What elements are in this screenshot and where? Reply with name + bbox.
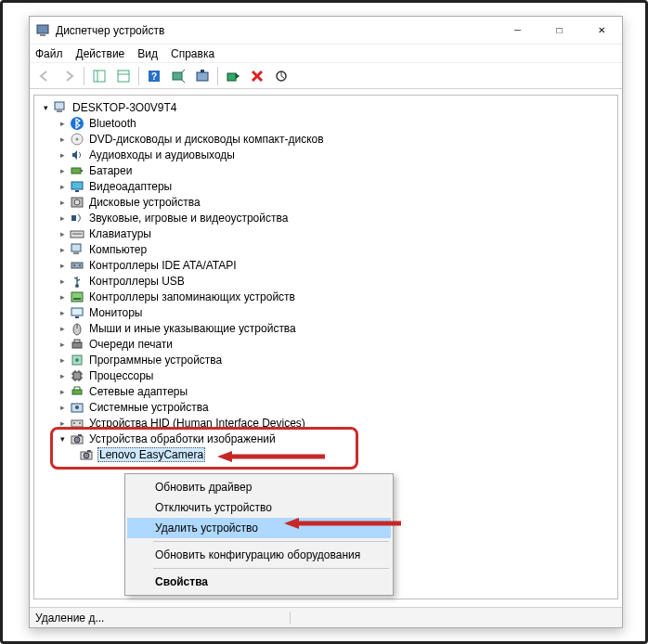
svg-point-49 <box>79 422 81 424</box>
device-category-row[interactable]: ▸Контроллеры IDE ATA/ATAPI <box>34 257 617 273</box>
menu-view[interactable]: Вид <box>137 47 158 60</box>
app-icon <box>35 23 50 38</box>
device-category-row[interactable]: ▸Аудиовходы и аудиовыходы <box>34 147 617 162</box>
expander-icon[interactable]: ▸ <box>57 386 68 397</box>
svg-text:?: ? <box>151 71 157 82</box>
svg-point-54 <box>84 453 89 458</box>
device-category-row[interactable]: ▸Очереди печати <box>34 336 617 352</box>
expander-icon[interactable]: ▸ <box>57 418 68 429</box>
svg-point-46 <box>75 406 79 409</box>
device-category-row[interactable]: ▸Программные устройства <box>34 352 617 367</box>
expander-icon[interactable]: ▸ <box>57 370 68 381</box>
device-category-row[interactable]: ▸Системные устройства <box>34 399 617 415</box>
menu-help[interactable]: Справка <box>171 47 214 60</box>
device-category-row[interactable]: ▸Контроллеры запоминающих устройств <box>34 289 617 304</box>
device-manager-window: Диспетчер устройств ─ □ ✕ Файл Действие … <box>29 16 623 628</box>
device-category-row[interactable]: ▸Устройства HID (Human Interface Devices… <box>34 415 617 431</box>
cm-properties[interactable]: Свойства <box>127 572 391 592</box>
device-category-label: Мониторы <box>88 306 143 319</box>
back-button[interactable] <box>33 66 56 86</box>
device-category-row[interactable]: ▸Мыши и иные указывающие устройства <box>34 320 617 336</box>
device-category-row[interactable]: ▸Мониторы <box>34 304 617 320</box>
title-bar: Диспетчер устройств ─ □ ✕ <box>30 17 622 45</box>
expander-icon[interactable]: ▸ <box>57 181 68 192</box>
scan-hardware-button[interactable] <box>167 66 189 86</box>
menu-file[interactable]: Файл <box>35 47 63 60</box>
expander-icon[interactable]: ▸ <box>57 339 68 350</box>
expander-icon[interactable]: ▸ <box>57 276 68 287</box>
svg-rect-13 <box>55 102 64 109</box>
device-category-row[interactable]: ▸Батареи <box>34 162 617 178</box>
device-category-row[interactable]: ▸Процессоры <box>34 367 617 383</box>
device-category-row[interactable]: ▸Звуковые, игровые и видеоустройства <box>34 210 617 225</box>
svg-point-30 <box>73 264 75 266</box>
expander-icon[interactable]: ▾ <box>57 433 68 444</box>
svg-rect-43 <box>73 372 81 380</box>
expander-icon[interactable]: ▸ <box>57 244 68 255</box>
expander-icon[interactable]: ▸ <box>57 134 68 145</box>
device-category-label: Мыши и иные указывающие устройства <box>88 322 297 335</box>
root-label: DESKTOP-3O0V9T4 <box>71 101 178 114</box>
maximize-button[interactable]: □ <box>538 18 580 44</box>
forward-button[interactable] <box>58 66 80 86</box>
expander-icon[interactable]: ▸ <box>57 228 68 239</box>
svg-rect-27 <box>71 244 81 251</box>
expander-icon[interactable]: ▸ <box>57 402 68 413</box>
expander-icon[interactable]: ▸ <box>57 291 68 303</box>
svg-rect-40 <box>74 340 80 342</box>
display-icon <box>70 179 84 194</box>
properties-button[interactable] <box>112 66 135 86</box>
svg-rect-24 <box>71 215 76 221</box>
cm-uninstall-device[interactable]: Удалить устройство <box>127 518 391 538</box>
expander-icon[interactable]: ▸ <box>57 165 68 176</box>
enable-button[interactable] <box>222 66 244 86</box>
svg-rect-20 <box>71 182 83 189</box>
hdd-icon <box>70 195 84 210</box>
expander-icon[interactable]: ▸ <box>57 213 68 224</box>
usb-icon <box>70 274 84 289</box>
device-category-label: Контроллеры USB <box>88 275 186 288</box>
svg-rect-35 <box>71 308 83 316</box>
device-category-row[interactable]: ▸Видеоадаптеры <box>34 178 617 194</box>
svg-rect-14 <box>57 110 62 112</box>
cm-update-driver[interactable]: Обновить драйвер <box>127 477 391 497</box>
device-category-row[interactable]: ▸Сетевые адаптеры <box>34 383 617 399</box>
root-node[interactable]: ▾ DESKTOP-3O0V9T4 <box>34 99 617 115</box>
help-button[interactable]: ? <box>143 66 165 86</box>
cm-scan-hardware[interactable]: Обновить конфигурацию оборудования <box>127 545 391 565</box>
expander-icon[interactable]: ▸ <box>57 323 68 334</box>
device-category-row[interactable]: ▸Контроллеры USB <box>34 273 617 289</box>
hid-icon <box>70 416 84 431</box>
expander-icon[interactable]: ▸ <box>57 260 68 271</box>
device-category-row[interactable]: ▸DVD-дисководы и дисководы компакт-диско… <box>34 131 617 147</box>
expander-icon[interactable]: ▸ <box>57 307 68 318</box>
svg-rect-28 <box>73 252 79 254</box>
device-category-label: Видеоадаптеры <box>88 180 173 193</box>
device-category-row[interactable]: ▸Дисковые устройства <box>34 194 617 210</box>
device-category-row[interactable]: ▸Компьютер <box>34 241 617 257</box>
expander-icon[interactable]: ▸ <box>57 149 68 161</box>
minimize-button[interactable]: ─ <box>497 18 538 44</box>
expander-icon[interactable]: ▾ <box>40 102 51 113</box>
device-category-label: Системные устройства <box>88 401 210 414</box>
context-menu: Обновить драйвер Отключить устройство Уд… <box>124 473 394 596</box>
cpu-icon <box>70 368 84 383</box>
show-hide-tree-button[interactable] <box>88 66 110 86</box>
menu-action[interactable]: Действие <box>76 47 125 60</box>
expander-icon[interactable]: ▸ <box>57 197 68 208</box>
device-category-label: Клавиатуры <box>88 227 152 240</box>
close-button[interactable]: ✕ <box>580 18 622 44</box>
imaging-category-row[interactable]: ▾ Устройства обработки изображений <box>34 431 617 446</box>
expander-icon[interactable]: ▸ <box>57 354 68 366</box>
device-category-label: Батареи <box>88 164 133 177</box>
device-category-row[interactable]: ▸Клавиатуры <box>34 225 617 241</box>
device-category-label: Контроллеры IDE ATA/ATAPI <box>88 259 238 272</box>
imaging-device-row[interactable]: Lenovo EasyCamera <box>34 446 617 462</box>
update-driver-button[interactable] <box>191 66 214 86</box>
refresh-button[interactable] <box>270 66 292 86</box>
device-category-row[interactable]: ▸Bluetooth <box>34 115 617 131</box>
uninstall-button[interactable] <box>246 66 268 86</box>
expander-icon[interactable]: ▸ <box>57 118 68 129</box>
svg-point-51 <box>74 437 80 443</box>
cm-disable-device[interactable]: Отключить устройство <box>127 497 391 518</box>
